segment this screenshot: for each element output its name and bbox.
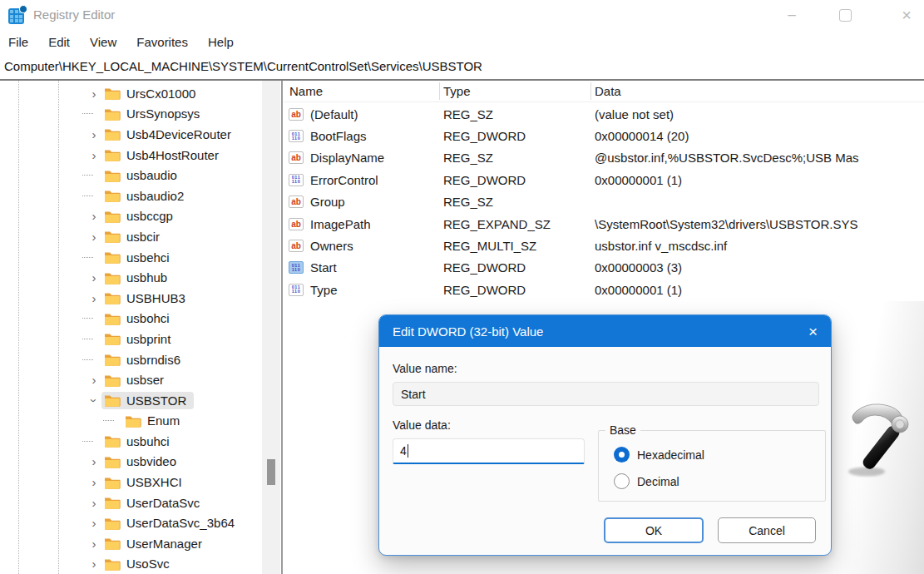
value-type: REG_DWORD	[443, 283, 595, 297]
column-header-data[interactable]: Data	[595, 84, 621, 98]
tree-item[interactable]: › USBHUB3	[0, 288, 262, 309]
maximize-button[interactable]	[833, 3, 857, 27]
folder-icon	[104, 476, 121, 489]
value-name-field[interactable]: Start	[393, 382, 819, 406]
chevron-icon[interactable]	[86, 257, 101, 258]
chevron-icon[interactable]: ›	[86, 454, 101, 468]
tree-item[interactable]: usbprint	[0, 329, 262, 349]
tree-item[interactable]: › UserDataSvc	[0, 492, 262, 513]
tree-item[interactable]: › usbcir	[0, 226, 262, 247]
folder-icon	[104, 517, 121, 530]
chevron-icon[interactable]	[86, 359, 101, 360]
radio-selected-icon[interactable]	[614, 447, 630, 463]
pane-separator[interactable]	[281, 81, 283, 574]
chevron-icon[interactable]: ›	[86, 291, 101, 305]
folder-icon	[104, 250, 121, 264]
registry-value-row[interactable]: 011110 Type REG_DWORD 0x00000001 (1)	[284, 279, 924, 300]
tree-item[interactable]: › UrsCx01000	[0, 83, 262, 104]
registry-path[interactable]: Computer\HKEY_LOCAL_MACHINE\SYSTEM\Curre…	[0, 59, 482, 73]
chevron-icon[interactable]	[86, 113, 101, 114]
registry-value-row[interactable]: ab Owners REG_MULTI_SZ usbstor.inf v_msc…	[284, 235, 924, 256]
chevron-icon[interactable]: ›	[86, 373, 101, 387]
chevron-icon[interactable]: ›	[86, 209, 101, 223]
reg-sz-icon: ab	[289, 218, 304, 230]
value-type: REG_SZ	[443, 151, 595, 165]
chevron-icon[interactable]: ›	[86, 475, 101, 489]
chevron-icon[interactable]	[86, 195, 101, 196]
chevron-icon[interactable]: ›	[86, 496, 101, 510]
tree-item[interactable]: UrsSynopsys	[0, 104, 262, 125]
tree-scrollbar-track[interactable]	[262, 81, 280, 574]
menu-favorites[interactable]: Favorites	[136, 35, 188, 49]
value-name: BootFlags	[310, 129, 443, 143]
radio-decimal[interactable]: Decimal	[614, 473, 679, 489]
tree-item[interactable]: › UsoSvc	[0, 554, 262, 574]
registry-value-row[interactable]: ab ImagePath REG_EXPAND_SZ \SystemRoot\S…	[284, 213, 924, 235]
column-header-type[interactable]: Type	[443, 84, 471, 98]
registry-value-row[interactable]: ab (Default) REG_SZ (value not set)	[284, 103, 924, 125]
tree-item[interactable]: usbrndis6	[0, 349, 262, 370]
tree-item-label: usbuhci	[126, 434, 170, 448]
close-button[interactable]: ×	[895, 3, 918, 27]
folder-icon	[104, 434, 121, 448]
chevron-icon[interactable]: ›	[87, 393, 101, 408]
value-name: Group	[310, 195, 443, 209]
chevron-icon[interactable]: ›	[86, 516, 101, 530]
registry-value-row[interactable]: 011110 BootFlags REG_DWORD 0x00000014 (2…	[284, 125, 924, 146]
tree-item[interactable]: › UserDataSvc_3b64	[0, 512, 262, 533]
tree-item[interactable]: usbaudio	[0, 165, 262, 186]
value-data-input[interactable]: 4	[393, 438, 585, 464]
tree-item[interactable]: usbuhci	[0, 431, 262, 452]
ok-button[interactable]: OK	[604, 517, 704, 543]
minimize-button[interactable]: –	[780, 3, 803, 27]
menu-view[interactable]: View	[90, 35, 116, 49]
address-bar[interactable]: Computer\HKEY_LOCAL_MACHINE\SYSTEM\Curre…	[0, 53, 924, 79]
radio-unselected-icon[interactable]	[614, 473, 630, 489]
tree-item-label: Usb4HostRouter	[126, 148, 219, 162]
tree-item[interactable]: usbaudio2	[0, 186, 262, 206]
chevron-icon[interactable]: ›	[86, 537, 101, 551]
chevron-icon[interactable]: ›	[86, 270, 101, 285]
radio-hexadecimal[interactable]: Hexadecimal	[614, 447, 704, 463]
tree-item[interactable]: › Usb4HostRouter	[0, 145, 262, 166]
tree-item[interactable]: › UserManager	[0, 533, 262, 554]
column-separator[interactable]	[590, 82, 591, 100]
tree-item[interactable]: Enum	[0, 411, 262, 432]
chevron-icon[interactable]	[86, 318, 101, 319]
registry-value-row[interactable]: ab DisplayName REG_SZ @usbstor.inf,%USBS…	[284, 147, 924, 169]
cancel-button[interactable]: Cancel	[718, 517, 816, 543]
menu-edit[interactable]: Edit	[48, 35, 70, 49]
tree-item[interactable]: › usbhub	[0, 267, 262, 288]
chevron-icon[interactable]: ›	[86, 230, 101, 244]
chevron-icon[interactable]: ›	[86, 87, 101, 101]
tree-item[interactable]: › usbccgp	[0, 206, 262, 227]
tree-item[interactable]: › USBXHCI	[0, 472, 262, 492]
tree-item[interactable]: › usbvideo	[0, 452, 262, 473]
dialog-title-bar[interactable]: Edit DWORD (32-bit) Value ×	[379, 315, 831, 347]
dialog-close-icon[interactable]: ×	[808, 324, 818, 339]
value-type: REG_DWORD	[443, 173, 595, 187]
menu-file[interactable]: File	[8, 35, 28, 49]
registry-value-row[interactable]: ab Group REG_SZ	[284, 191, 924, 213]
chevron-icon[interactable]	[107, 420, 122, 421]
tree-item[interactable]: › Usb4DeviceRouter	[0, 124, 262, 145]
chevron-icon[interactable]	[86, 339, 101, 339]
column-header-name[interactable]: Name	[289, 84, 323, 98]
chevron-icon[interactable]: ›	[86, 127, 101, 141]
folder-icon	[104, 148, 121, 161]
chevron-icon[interactable]	[86, 441, 101, 442]
chevron-icon[interactable]: ›	[86, 148, 101, 162]
folder-icon	[104, 107, 121, 121]
registry-value-row[interactable]: 011110 Start REG_DWORD 0x00000003 (3)	[284, 257, 924, 279]
menu-help[interactable]: Help	[208, 35, 234, 49]
column-separator[interactable]	[439, 82, 440, 100]
tree-scrollbar-thumb[interactable]	[267, 459, 275, 485]
tree-item[interactable]: usbohci	[0, 309, 262, 329]
tree-item[interactable]: › usbser	[0, 369, 262, 390]
tree-item[interactable]: usbehci	[0, 247, 262, 268]
chevron-icon[interactable]: ›	[86, 557, 101, 571]
registry-value-row[interactable]: 011110 ErrorControl REG_DWORD 0x00000001…	[284, 169, 924, 191]
chevron-icon[interactable]	[86, 175, 101, 176]
tree-item[interactable]: › USBSTOR	[0, 390, 262, 411]
value-type: REG_DWORD	[443, 129, 595, 143]
